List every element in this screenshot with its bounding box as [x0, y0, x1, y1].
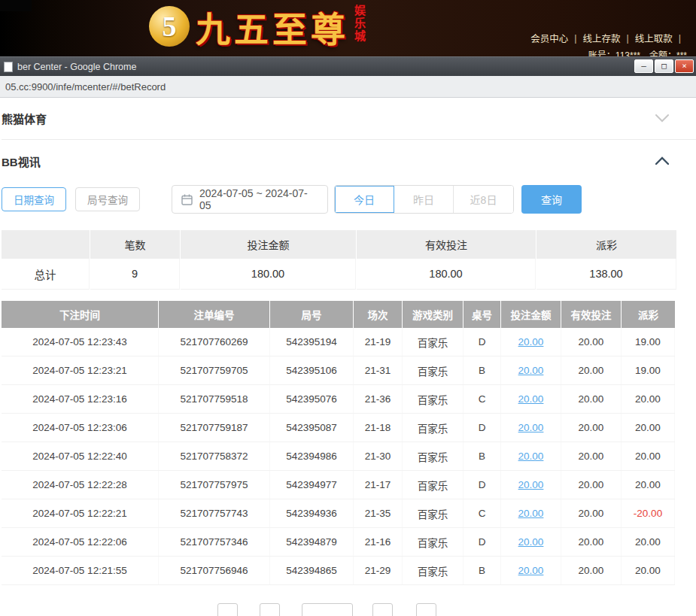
date-query-button[interactable]: 日期查询: [2, 187, 66, 211]
bet-amount-link[interactable]: 20.00: [501, 357, 561, 384]
table-cell: D: [463, 328, 501, 356]
bet-amount-link[interactable]: 20.00: [501, 557, 561, 584]
pagination-size-select[interactable]: [302, 603, 353, 616]
banner-nav-link[interactable]: 线上取款: [635, 31, 673, 45]
table-cell: 2024-07-05 12:21:55: [2, 557, 159, 584]
table-cell: 20.00: [622, 442, 675, 470]
table-cell: 521707757346: [159, 528, 270, 556]
summary-cell: 180.00: [357, 259, 536, 290]
table-cell: 19.00: [622, 357, 675, 384]
bet-amount-link[interactable]: 20.00: [501, 414, 561, 442]
table-cell: 521707757743: [159, 499, 270, 527]
table-cell: 542394977: [270, 471, 354, 499]
window-titlebar[interactable]: ber Center - Google Chrome – □ ×: [0, 56, 696, 76]
banner-nav-link[interactable]: 会员中心: [530, 31, 568, 45]
table-cell: 542395076: [270, 385, 354, 413]
table-cell: B: [463, 357, 501, 384]
table-cell: D: [463, 414, 501, 442]
table-cell: 21-35: [354, 499, 403, 527]
table-cell: D: [463, 471, 501, 499]
table-cell: 2024-07-05 12:22:28: [2, 471, 159, 499]
table-row: 2024-07-05 12:21:55521707756946542394865…: [2, 557, 675, 585]
table-header-cell: 桌号: [463, 301, 500, 328]
table-cell: 21-29: [354, 557, 403, 584]
pagination-page-button[interactable]: [260, 603, 280, 616]
table-cell: 521707756946: [159, 557, 270, 584]
table-cell: 542394936: [270, 499, 354, 527]
table-row: 2024-07-05 12:23:43521707760269542395194…: [2, 328, 675, 357]
table-cell: 542394879: [270, 528, 354, 556]
table-cell: 521707758372: [159, 442, 270, 470]
pagination: [217, 603, 696, 616]
table-cell: 百家乐: [403, 414, 463, 442]
brand-title: 九五至尊: [196, 2, 349, 51]
table-cell: 2024-07-05 12:23:16: [2, 385, 159, 413]
table-cell: 百家乐: [403, 357, 463, 384]
section-bb-video[interactable]: BB视讯: [2, 140, 696, 182]
bet-amount-link[interactable]: 20.00: [501, 385, 561, 413]
bet-amount-link[interactable]: 20.00: [501, 471, 561, 499]
table-cell: 百家乐: [403, 442, 463, 470]
minimize-button[interactable]: –: [634, 59, 653, 73]
section-label: 熊猫体育: [2, 111, 47, 126]
pagination-next-button[interactable]: [416, 603, 436, 616]
filter-bar: 日期查询 局号查询 2024-07-05 ~ 2024-07-05 今日昨日近8…: [2, 182, 696, 226]
summary-cell: 138.00: [536, 259, 676, 290]
bet-amount-link[interactable]: 20.00: [501, 442, 561, 470]
table-cell: 20.00: [561, 499, 622, 527]
quick-date-button[interactable]: 近8日: [454, 186, 513, 213]
quick-date-button[interactable]: 今日: [335, 186, 394, 213]
url-text[interactable]: 05.cc:9900/infe/mcenter/#/betRecord: [5, 81, 166, 93]
table-cell: 百家乐: [403, 471, 463, 499]
table-header-cell: 局号: [270, 301, 353, 328]
quick-date-button[interactable]: 昨日: [394, 186, 454, 213]
bet-amount-link[interactable]: 20.00: [501, 328, 561, 356]
table-row: 2024-07-05 12:23:06521707759187542395087…: [2, 414, 675, 442]
table-cell: 542395194: [270, 328, 354, 356]
bet-amount-link[interactable]: 20.00: [501, 528, 561, 556]
date-range-input[interactable]: 2024-07-05 ~ 2024-07-05: [172, 185, 328, 214]
summary-header-cell: 派彩: [536, 230, 676, 259]
table-cell: 百家乐: [403, 499, 463, 527]
summary-cell: 180.00: [181, 259, 356, 290]
banner-nav: 会员中心|线上存款|线上取款|: [530, 31, 687, 45]
table-cell: 542395087: [270, 414, 354, 442]
nav-separator: |: [574, 33, 576, 44]
pagination-page-button[interactable]: [372, 603, 393, 616]
round-query-button[interactable]: 局号查询: [75, 187, 140, 211]
table-cell: 20.00: [622, 528, 675, 556]
table-cell: 2024-07-05 12:23:43: [2, 328, 159, 356]
chevron-up-icon[interactable]: [655, 154, 669, 168]
table-cell: 21-16: [354, 528, 403, 556]
summary-cell: 9: [90, 259, 180, 290]
table-cell: 百家乐: [403, 328, 463, 356]
table-cell: 521707759518: [159, 385, 270, 413]
pagination-prev-button[interactable]: [217, 603, 238, 616]
table-header-cell: 场次: [354, 301, 402, 328]
table-row: 2024-07-05 12:22:21521707757743542394936…: [2, 499, 675, 528]
table-cell: C: [463, 499, 501, 527]
address-bar[interactable]: 05.cc:9900/infe/mcenter/#/betRecord: [0, 76, 696, 98]
search-button[interactable]: 查询: [521, 185, 582, 214]
brand-logo: 5 九五至尊 娱乐城: [149, 2, 365, 51]
main-content: 熊猫体育 BB视讯 日期查询 局号查询 2024-07-05 ~ 2024-07…: [0, 98, 696, 616]
table-cell: 2024-07-05 12:23:06: [2, 414, 159, 442]
page-icon: [4, 62, 13, 72]
section-panda-sports[interactable]: 熊猫体育: [2, 98, 696, 140]
bet-amount-link[interactable]: 20.00: [501, 499, 561, 527]
table-header-cell: 注单编号: [159, 301, 269, 328]
table-header-cell: 投注金额: [501, 301, 561, 328]
table-cell: B: [463, 442, 501, 470]
chevron-down-icon[interactable]: [655, 112, 669, 126]
screen: 5 九五至尊 娱乐城 会员中心|线上存款|线上取款| 账号：113*** 余额：…: [0, 0, 696, 616]
table-header-cell: 游戏类别: [403, 301, 463, 328]
summary-cell: 总计: [2, 259, 90, 290]
close-button[interactable]: ×: [675, 59, 694, 73]
maximize-button[interactable]: □: [655, 59, 673, 73]
table-cell: 20.00: [622, 385, 675, 413]
table-cell: 百家乐: [403, 528, 463, 556]
banner-nav-link[interactable]: 线上存款: [582, 31, 620, 45]
table-cell: 21-31: [354, 357, 403, 384]
payout-negative: -20.00: [622, 499, 675, 527]
table-row: 2024-07-05 12:23:21521707759705542395106…: [2, 357, 675, 385]
